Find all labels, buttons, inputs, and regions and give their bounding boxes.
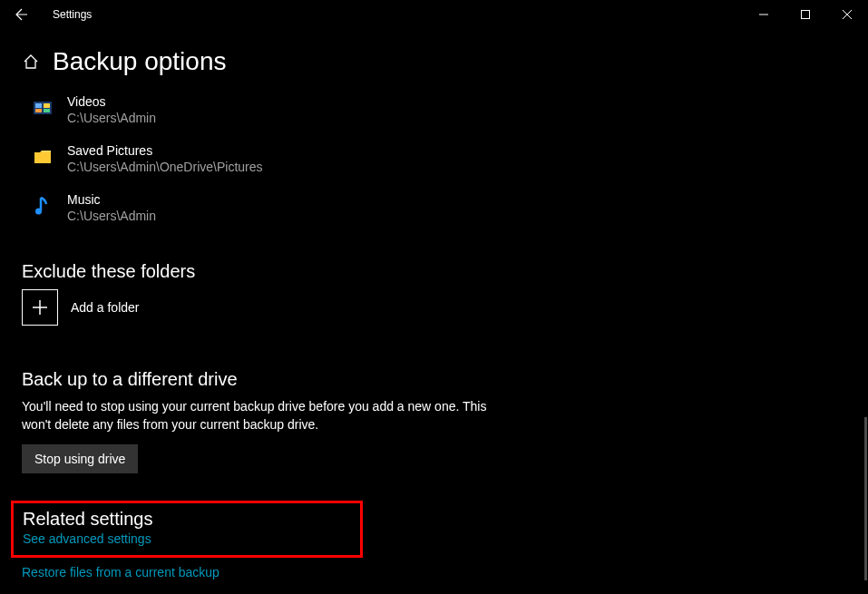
folder-path: C:\Users\Admin\OneDrive\Pictures xyxy=(67,160,263,174)
plus-icon xyxy=(31,298,49,316)
svg-rect-4 xyxy=(35,109,42,112)
back-button[interactable] xyxy=(0,0,44,29)
minimize-icon xyxy=(759,10,768,19)
svg-point-6 xyxy=(35,209,42,215)
add-folder-button[interactable] xyxy=(22,289,58,326)
different-drive-body: You'll need to stop using your current b… xyxy=(22,397,493,433)
window-title: Settings xyxy=(44,8,92,21)
maximize-button[interactable] xyxy=(785,0,826,29)
folder-name: Music xyxy=(67,192,156,207)
folder-item-videos[interactable]: Videos C:\Users\Admin xyxy=(22,85,846,134)
folder-list: Videos C:\Users\Admin Saved Pictures C:\… xyxy=(22,85,846,232)
folder-path: C:\Users\Admin xyxy=(67,209,156,223)
page-header: Backup options xyxy=(22,47,846,76)
folder-icon xyxy=(31,145,54,169)
svg-rect-3 xyxy=(44,103,50,108)
home-button[interactable] xyxy=(22,53,40,71)
folder-name: Videos xyxy=(67,94,156,109)
folder-path: C:\Users\Admin xyxy=(67,111,156,125)
maximize-icon xyxy=(801,10,810,19)
different-drive-heading: Back up to a different drive xyxy=(22,369,846,390)
folder-name: Saved Pictures xyxy=(67,143,263,158)
minimize-button[interactable] xyxy=(743,0,785,29)
svg-rect-0 xyxy=(802,11,810,19)
see-advanced-settings-link[interactable]: See advanced settings xyxy=(23,531,151,546)
add-folder-label: Add a folder xyxy=(71,300,140,315)
folder-item-saved-pictures[interactable]: Saved Pictures C:\Users\Admin\OneDrive\P… xyxy=(22,134,846,183)
related-settings-section: Related settings See advanced settings xyxy=(11,501,363,558)
back-arrow-icon xyxy=(15,7,29,22)
page-title: Backup options xyxy=(53,47,226,76)
add-folder-row[interactable]: Add a folder xyxy=(22,289,846,326)
scrollbar[interactable] xyxy=(864,417,867,580)
exclude-heading: Exclude these folders xyxy=(22,261,846,282)
music-icon xyxy=(31,194,54,218)
close-icon xyxy=(843,10,852,19)
home-icon xyxy=(22,53,40,71)
related-heading: Related settings xyxy=(23,509,351,530)
videos-icon xyxy=(31,96,54,120)
close-button[interactable] xyxy=(826,0,868,29)
stop-using-drive-button[interactable]: Stop using drive xyxy=(22,444,138,473)
title-bar: Settings xyxy=(0,0,868,29)
svg-rect-2 xyxy=(35,103,42,108)
folder-item-music[interactable]: Music C:\Users\Admin xyxy=(22,183,846,232)
restore-files-link[interactable]: Restore files from a current backup xyxy=(22,565,219,579)
svg-rect-5 xyxy=(44,109,50,112)
